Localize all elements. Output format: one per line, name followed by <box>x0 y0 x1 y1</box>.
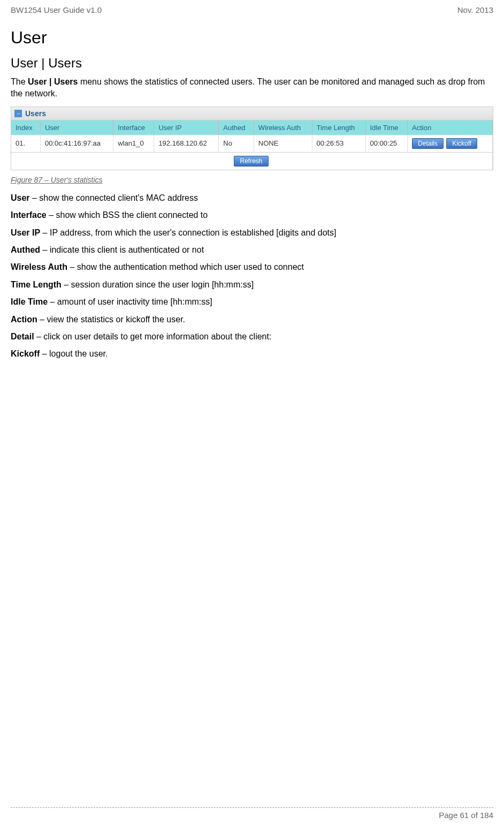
definitions-list: User – show the connected client's MAC a… <box>11 192 493 360</box>
users-panel: → Users Index User Interface User IP Aut… <box>11 107 493 170</box>
cell-interface: wlan1_0 <box>113 135 154 153</box>
col-wauth: Wireless Auth <box>254 120 312 135</box>
col-index: Index <box>11 120 40 135</box>
def-interface-term: Interface <box>11 210 47 220</box>
def-detail: Detail – click on user details to get mo… <box>11 331 493 343</box>
def-authed-term: Authed <box>11 245 40 254</box>
doc-id: BW1254 User Guide v1.0 <box>11 5 102 14</box>
def-wauth-desc: – show the authentication method which u… <box>67 262 304 271</box>
def-tlength-desc: – session duration since the user login … <box>62 280 254 289</box>
col-user: User <box>40 120 113 135</box>
cell-userip: 192.168.120.62 <box>154 135 219 153</box>
def-user-desc: – show the connected client's MAC addres… <box>30 193 198 202</box>
cell-user: 00:0c:41:16:97:aa <box>40 135 113 153</box>
col-idle: Idle Time <box>365 120 408 135</box>
cell-authed: No <box>219 135 254 153</box>
page-number: Page 61 of 184 <box>11 811 493 820</box>
col-userip: User IP <box>154 120 219 135</box>
intro-text-part2: menu shows the statistics of connected u… <box>11 77 485 98</box>
def-interface: Interface – show which BSS the client co… <box>11 209 493 221</box>
cell-wauth: NONE <box>254 135 312 153</box>
def-idle-term: Idle Time <box>11 297 48 306</box>
intro-paragraph: The User | Users menu shows the statisti… <box>11 76 493 100</box>
details-button[interactable]: Details <box>412 138 444 149</box>
refresh-row: Refresh <box>11 152 493 170</box>
def-detail-desc: – click on user details to get more info… <box>34 332 272 341</box>
section-title: User | Users <box>11 56 493 71</box>
cell-action: Details Kickoff <box>408 135 493 153</box>
def-userip-desc: – IP address, from which the user's conn… <box>40 228 336 237</box>
def-interface-desc: – show which BSS the client connected to <box>47 210 208 220</box>
intro-text-bold: User | Users <box>28 77 78 86</box>
table-row: 01. 00:0c:41:16:97:aa wlan1_0 192.168.12… <box>11 135 493 153</box>
cell-index: 01. <box>11 135 40 153</box>
def-user: User – show the connected client's MAC a… <box>11 192 493 204</box>
footer: Page 61 of 184 <box>11 807 493 820</box>
users-table: Index User Interface User IP Authed Wire… <box>11 120 493 170</box>
def-userip: User IP – IP address, from which the use… <box>11 227 493 239</box>
page-title: User <box>11 28 493 48</box>
table-header-row: Index User Interface User IP Authed Wire… <box>11 120 493 135</box>
def-idle-desc: – amount of user inactivity time [hh:mm:… <box>48 297 212 306</box>
def-user-term: User <box>11 193 30 202</box>
def-kickoff: Kickoff – logout the user. <box>11 348 493 360</box>
panel-header: → Users <box>11 107 493 120</box>
def-authed: Authed – indicate this client is authent… <box>11 244 493 256</box>
def-wauth-term: Wireless Auth <box>11 262 67 271</box>
def-action-term: Action <box>11 315 37 324</box>
col-authed: Authed <box>219 120 254 135</box>
def-detail-term: Detail <box>11 332 34 341</box>
col-action: Action <box>408 120 493 135</box>
def-tlength-term: Time Length <box>11 280 62 289</box>
figure-caption: Figure 87 – User's statistics <box>11 176 493 184</box>
refresh-button[interactable]: Refresh <box>234 156 268 166</box>
cell-idle: 00:00:25 <box>365 135 408 153</box>
panel-title-label: Users <box>25 109 46 118</box>
arrow-right-icon: → <box>14 110 22 117</box>
col-interface: Interface <box>113 120 154 135</box>
def-action: Action – view the statistics or kickoff … <box>11 314 493 326</box>
col-tlength: Time Length <box>312 120 365 135</box>
cell-tlength: 00:26:53 <box>312 135 365 153</box>
intro-text-part1: The <box>11 77 28 86</box>
dotted-divider <box>11 807 493 808</box>
kickoff-button[interactable]: Kickoff <box>446 138 477 149</box>
def-userip-term: User IP <box>11 228 40 237</box>
def-kickoff-desc: – logout the user. <box>40 349 108 358</box>
def-kickoff-term: Kickoff <box>11 349 40 358</box>
doc-date: Nov. 2013 <box>457 5 493 14</box>
def-action-desc: – view the statistics or kickoff the use… <box>37 315 185 324</box>
def-authed-desc: – indicate this client is authenticated … <box>40 245 204 254</box>
def-wauth: Wireless Auth – show the authentication … <box>11 261 493 273</box>
def-idle: Idle Time – amount of user inactivity ti… <box>11 296 493 308</box>
def-tlength: Time Length – session duration since the… <box>11 279 493 291</box>
